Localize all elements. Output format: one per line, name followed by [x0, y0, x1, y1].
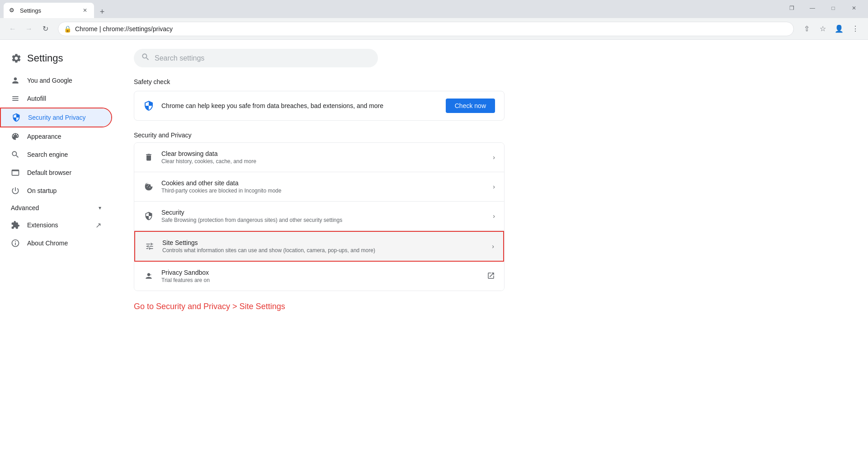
clear-browsing-data-item[interactable]: Clear browsing data Clear history, cooki… [134, 143, 504, 172]
browser-icon [11, 168, 20, 177]
bookmark-icon: ☆ [820, 24, 826, 33]
sidebar-item-search-engine-label: Search engine [27, 151, 68, 158]
share-button[interactable]: ⇧ [799, 22, 814, 36]
extensions-icon [11, 221, 20, 230]
security-item[interactable]: Security Safe Browsing (protection from … [134, 202, 504, 231]
restore-button[interactable]: — [802, 1, 823, 15]
profile-icon: 👤 [835, 24, 844, 33]
settings-header: Settings [0, 47, 116, 71]
main-content: Safety check Chrome can help keep you sa… [116, 40, 523, 470]
settings-gear-icon [11, 53, 22, 64]
safety-check-description: Chrome can help keep you safe from data … [161, 102, 383, 109]
security-title: Security [161, 209, 486, 216]
sidebar-item-autofill[interactable]: Autofill [0, 89, 112, 108]
cookies-subtitle: Third-party cookies are blocked in Incog… [161, 188, 486, 194]
security-privacy-heading: Security and Privacy [134, 132, 505, 139]
forward-icon: → [25, 25, 33, 33]
check-now-button[interactable]: Check now [446, 99, 495, 113]
site-settings-title: Site Settings [162, 239, 485, 246]
share-icon: ⇧ [804, 24, 810, 33]
refresh-icon: ↻ [42, 24, 48, 33]
clear-browsing-arrow-icon: › [493, 154, 495, 161]
toolbar-actions: ⇧ ☆ 👤 ⋮ [799, 22, 863, 36]
new-tab-button[interactable]: + [96, 5, 108, 18]
autofill-icon [11, 94, 20, 103]
cookie-icon [143, 181, 154, 192]
cookies-title: Cookies and other site data [161, 179, 486, 187]
site-settings-item[interactable]: Site Settings Controls what information … [134, 231, 504, 262]
sidebar-item-about-chrome-label: About Chrome [27, 240, 68, 247]
sidebar-item-you-and-google[interactable]: You and Google [0, 71, 112, 89]
address-lock-icon: 🔒 [64, 25, 71, 33]
privacy-sandbox-icon [143, 271, 154, 282]
sidebar-item-default-browser-label: Default browser [27, 169, 71, 176]
toolbar: ← → ↻ 🔒 Chrome | chrome://settings/priva… [0, 18, 868, 40]
active-tab[interactable]: ⚙ Settings ✕ [4, 3, 94, 18]
close-button[interactable]: ✕ [844, 1, 864, 15]
shield-icon [12, 113, 21, 122]
clear-browsing-data-content: Clear browsing data Clear history, cooki… [161, 150, 486, 164]
advanced-label: Advanced [11, 204, 39, 212]
menu-button[interactable]: ⋮ [848, 22, 863, 36]
safety-shield-icon [143, 100, 154, 111]
appearance-icon [11, 132, 20, 141]
forward-button[interactable]: → [22, 22, 36, 36]
privacy-sandbox-title: Privacy Sandbox [161, 269, 480, 276]
sidebar-item-extensions-label: Extensions [27, 221, 58, 229]
safety-check-content: Chrome can help keep you safe from data … [143, 100, 383, 111]
bookmark-button[interactable]: ☆ [816, 22, 830, 36]
site-settings-content: Site Settings Controls what information … [162, 239, 485, 254]
search-input-icon [141, 52, 150, 64]
extensions-external-icon: ↗ [95, 221, 101, 230]
site-settings-subtitle: Controls what information sites can use … [162, 247, 485, 254]
sidebar-item-appearance[interactable]: Appearance [0, 127, 112, 146]
back-icon: ← [9, 25, 16, 33]
site-settings-arrow-icon: › [492, 243, 494, 250]
advanced-arrow-icon: ▾ [99, 205, 101, 211]
sidebar-item-security-privacy-label: Security and Privacy [28, 114, 86, 121]
advanced-section[interactable]: Advanced ▾ [0, 200, 112, 216]
sidebar: Settings You and Google Autofill [0, 40, 116, 470]
trash-icon [143, 152, 154, 163]
sidebar-item-on-startup[interactable]: On startup [0, 182, 112, 200]
clear-browsing-data-subtitle: Clear history, cookies, cache, and more [161, 158, 486, 164]
sidebar-item-default-browser[interactable]: Default browser [0, 164, 112, 182]
security-arrow-icon: › [493, 212, 495, 220]
tab-close-button[interactable]: ✕ [81, 7, 89, 14]
address-text: Chrome | chrome://settings/privacy [75, 25, 788, 33]
security-subtitle: Safe Browsing (protection from dangerous… [161, 217, 486, 223]
sidebar-item-extensions[interactable]: Extensions ↗ [0, 216, 112, 234]
search-bar[interactable] [134, 49, 378, 67]
security-privacy-list: Clear browsing data Clear history, cooki… [134, 142, 505, 291]
security-shield-icon [143, 211, 154, 221]
tab-favicon: ⚙ [9, 7, 16, 14]
sidebar-item-security-privacy[interactable]: Security and Privacy [1, 108, 111, 127]
settings-page-title: Settings [27, 52, 63, 64]
search-icon [11, 150, 20, 159]
sidebar-item-search-engine[interactable]: Search engine [0, 146, 112, 164]
address-bar[interactable]: 🔒 Chrome | chrome://settings/privacy [58, 22, 794, 36]
security-content: Security Safe Browsing (protection from … [161, 209, 486, 223]
info-icon [11, 239, 20, 248]
sidebar-item-about-chrome[interactable]: About Chrome [0, 234, 112, 252]
privacy-sandbox-content: Privacy Sandbox Trial features are on [161, 269, 480, 283]
search-input[interactable] [155, 54, 371, 62]
power-icon [11, 186, 20, 195]
back-button[interactable]: ← [5, 22, 20, 36]
maximize-button[interactable]: □ [823, 1, 844, 15]
person-icon [11, 76, 20, 85]
refresh-button[interactable]: ↻ [38, 22, 52, 36]
instruction-text: Go to Security and Privacy > Site Settin… [134, 302, 505, 311]
content-area: Settings You and Google Autofill [0, 40, 868, 470]
browser-frame: ⚙ Settings ✕ + ❐ — □ ✕ ← → ↻ 🔒 Chrome | … [0, 0, 868, 470]
sidebar-item-appearance-label: Appearance [27, 133, 61, 140]
sidebar-item-you-and-google-label: You and Google [27, 77, 72, 84]
profile-button[interactable]: 👤 [832, 22, 846, 36]
cookies-item[interactable]: Cookies and other site data Third-party … [134, 172, 504, 202]
privacy-sandbox-item[interactable]: Privacy Sandbox Trial features are on [134, 262, 504, 291]
cookies-arrow-icon: › [493, 183, 495, 190]
minimize-button[interactable]: ❐ [781, 1, 802, 15]
tab-bar: ⚙ Settings ✕ + ❐ — □ ✕ [0, 0, 868, 18]
sidebar-item-autofill-label: Autofill [27, 95, 46, 102]
tab-title: Settings [20, 7, 78, 14]
